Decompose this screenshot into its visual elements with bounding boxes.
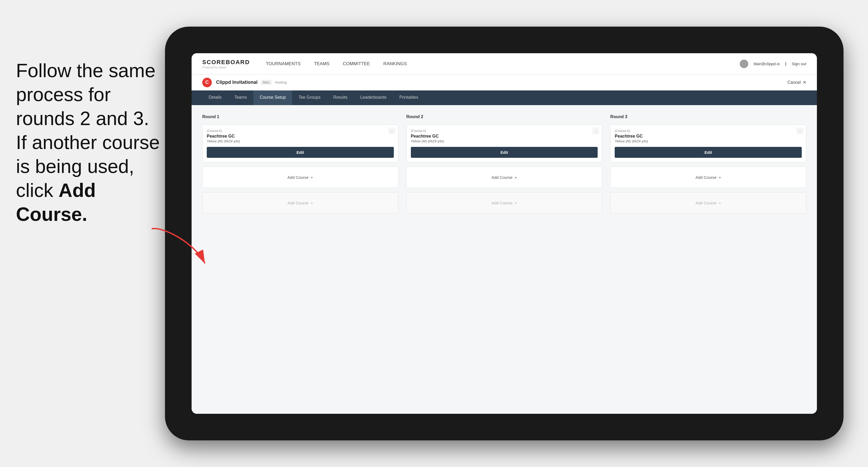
round-2-course-detail: Yellow (M) (6629 yds) (411, 139, 598, 143)
nav-tournaments[interactable]: TOURNAMENTS (266, 60, 301, 68)
round-2-course-name: Peachtree GC (411, 134, 598, 138)
nav-links: TOURNAMENTS TEAMS COMMITTEE RANKINGS (266, 60, 740, 68)
scoreboard-logo: SCOREBOARD (202, 59, 250, 66)
sub-header: C Clippd Invitational Men Hosting Cancel… (192, 74, 817, 91)
top-nav: SCOREBOARD Powered by clippd TOURNAMENTS… (192, 53, 817, 74)
round-3-course-detail: Yellow (M) (6629 yds) (615, 139, 802, 143)
powered-by: Powered by clippd (202, 66, 250, 69)
round-3-add-course-text-1: Add Course + (695, 175, 721, 180)
round-1-course-card: □ (Course A) Peachtree GC Yellow (M) (66… (202, 125, 398, 162)
round-3-column: Round 3 □ (Course A) Peachtree GC Yellow… (610, 115, 806, 213)
round-3-course-name: Peachtree GC (615, 134, 802, 138)
nav-committee[interactable]: COMMITTEE (343, 60, 370, 68)
round-2-edit-button[interactable]: Edit (411, 147, 598, 158)
round-3-course-card: □ (Course A) Peachtree GC Yellow (M) (66… (610, 125, 806, 162)
plus-icon-4: + (515, 200, 517, 205)
nav-teams[interactable]: TEAMS (314, 60, 330, 68)
round-1-column: Round 1 □ (Course A) Peachtree GC Yellow… (202, 115, 398, 213)
plus-icon-5: + (719, 175, 721, 180)
round-1-add-course-2: Add Course + (202, 192, 398, 213)
round-1-course-detail: Yellow (M) (6629 yds) (207, 139, 394, 143)
main-content: Round 1 □ (Course A) Peachtree GC Yellow… (192, 105, 817, 414)
plus-icon-6: + (719, 200, 721, 205)
tournament-name: Clippd Invitational (216, 80, 257, 85)
round-3-label: Round 3 (610, 115, 806, 119)
cancel-button[interactable]: Cancel ✕ (787, 80, 806, 85)
round-1-add-course-text-2: Add Course + (287, 200, 313, 205)
plus-icon-2: + (311, 200, 313, 205)
round-2-course-card: □ (Course A) Peachtree GC Yellow (M) (66… (406, 125, 602, 162)
round-3-course-label: (Course A) (615, 129, 802, 133)
user-avatar (740, 60, 748, 68)
tournament-logo: C (202, 78, 212, 87)
round-2-course-delete-button[interactable]: □ (593, 128, 599, 134)
round-2-column: Round 2 □ (Course A) Peachtree GC Yellow… (406, 115, 602, 213)
round-3-add-course-1[interactable]: Add Course + (610, 166, 806, 188)
nav-separator: | (785, 61, 786, 66)
rounds-grid: Round 1 □ (Course A) Peachtree GC Yellow… (202, 115, 806, 213)
round-2-add-course-text-1: Add Course + (492, 175, 517, 180)
round-2-add-course-1[interactable]: Add Course + (406, 166, 602, 188)
round-1-add-course-text-1: Add Course + (287, 175, 313, 180)
round-2-label: Round 2 (406, 115, 602, 119)
tab-teams[interactable]: Teams (228, 91, 253, 105)
tabs-bar: Details Teams Course Setup Tee Groups Re… (192, 91, 817, 105)
tab-details[interactable]: Details (202, 91, 228, 105)
cancel-icon: ✕ (803, 80, 806, 85)
plus-icon-1: + (311, 175, 313, 180)
round-1-add-course-1[interactable]: Add Course + (202, 166, 398, 188)
tablet-device: SCOREBOARD Powered by clippd TOURNAMENTS… (165, 27, 843, 440)
plus-icon-3: + (515, 175, 517, 180)
user-email: blair@clippd.io (753, 61, 780, 66)
round-3-edit-button[interactable]: Edit (615, 147, 802, 158)
tournament-gender-badge: Men (261, 80, 272, 85)
round-2-course-label: (Course A) (411, 129, 598, 133)
tab-course-setup[interactable]: Course Setup (253, 91, 292, 105)
tab-results[interactable]: Results (327, 91, 354, 105)
round-1-label: Round 1 (202, 115, 398, 119)
round-2-add-course-2: Add Course + (406, 192, 602, 213)
nav-rankings[interactable]: RANKINGS (383, 60, 407, 68)
nav-right: blair@clippd.io | Sign out (740, 60, 806, 68)
round-3-add-course-2: Add Course + (610, 192, 806, 213)
instruction-text: Follow the same process for rounds 2 and… (0, 48, 181, 237)
tab-leaderboards[interactable]: Leaderboards (354, 91, 393, 105)
round-1-course-label: (Course A) (207, 129, 394, 133)
tab-printables[interactable]: Printables (393, 91, 425, 105)
round-3-add-course-text-2: Add Course + (695, 200, 721, 205)
round-1-edit-button[interactable]: Edit (207, 147, 394, 158)
sign-out-link[interactable]: Sign out (792, 61, 806, 66)
tab-tee-groups[interactable]: Tee Groups (292, 91, 327, 105)
round-3-course-delete-button[interactable]: □ (797, 128, 803, 134)
round-2-add-course-text-2: Add Course + (492, 200, 517, 205)
round-1-course-name: Peachtree GC (207, 134, 394, 138)
tablet-screen: SCOREBOARD Powered by clippd TOURNAMENTS… (192, 53, 817, 414)
logo-area: SCOREBOARD Powered by clippd (202, 59, 250, 69)
round-1-course-delete-button[interactable]: □ (389, 128, 395, 134)
tournament-status: Hosting (275, 81, 287, 84)
